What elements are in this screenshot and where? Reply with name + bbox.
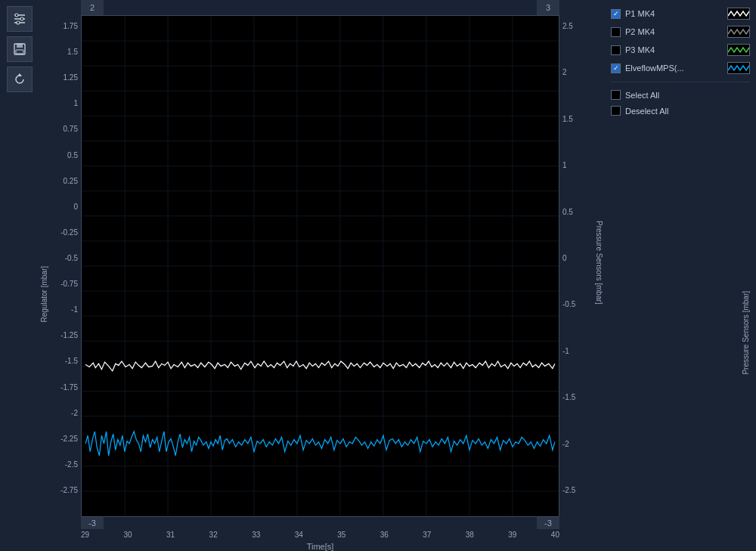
settings-button[interactable] xyxy=(7,6,33,32)
bottom-right-value: -3 xyxy=(537,517,559,529)
legend-item-deselect-all[interactable]: Deselect All xyxy=(611,106,750,116)
legend-checkbox-p1mk4[interactable] xyxy=(611,9,621,19)
y-tick-left-3: 1 xyxy=(73,100,78,107)
y-tick-right-9: -2 xyxy=(562,441,569,448)
y-tick-left-12: -1.25 xyxy=(60,332,78,339)
legend-label-p1mk4: P1 MK4 xyxy=(625,9,723,18)
toolbar xyxy=(0,0,39,551)
svg-rect-8 xyxy=(16,50,23,54)
y-axis-left-label: Regulator [mbar] xyxy=(40,266,48,322)
y-tick-left-7: 0 xyxy=(73,203,78,211)
y-tick-left-5: 0.5 xyxy=(67,152,78,159)
x-tick-5: 34 xyxy=(295,531,303,539)
y-axis-right: Pressure Sensors [mbar] 2.5 2 1.5 1 0.5 … xyxy=(559,15,605,517)
chart-svg xyxy=(82,16,559,516)
legend-icon-p3mk4 xyxy=(727,44,750,56)
y-tick-left-18: -2.75 xyxy=(60,487,78,494)
legend-label-p2mk4: P2 MK4 xyxy=(625,27,723,36)
refresh-button[interactable] xyxy=(7,67,33,92)
svg-point-3 xyxy=(15,14,18,17)
y-tick-left-16: -2.25 xyxy=(60,435,78,443)
chart-container: 2 3 Regulator [mbar] 1.75 1.5 1.25 1 0.7… xyxy=(39,0,605,551)
y-tick-left-8: -0.25 xyxy=(60,229,78,237)
x-tick-7: 36 xyxy=(380,531,389,539)
svg-point-4 xyxy=(20,17,23,20)
legend-panel: P1 MK4 P2 MK4 P3 MK4 ElveflowMPS(... xyxy=(605,0,756,551)
y-tick-left-2: 1.25 xyxy=(64,74,78,82)
svg-point-5 xyxy=(17,21,20,24)
legend-checkbox-p3mk4[interactable] xyxy=(611,45,621,55)
legend-item-p1mk4[interactable]: P1 MK4 xyxy=(611,8,750,20)
legend-checkbox-deselect-all[interactable] xyxy=(611,106,621,116)
y-tick-right-0: 2.5 xyxy=(562,23,573,30)
y-tick-left-14: -1.75 xyxy=(60,384,78,392)
legend-divider xyxy=(611,82,750,82)
y-tick-left-17: -2.5 xyxy=(65,461,78,469)
svg-marker-9 xyxy=(17,73,22,76)
y-tick-left-1: 1.5 xyxy=(67,48,78,56)
bottom-left-value: -3 xyxy=(81,517,104,529)
legend-item-p2mk4[interactable]: P2 MK4 xyxy=(611,26,750,38)
legend-icon-elveflow xyxy=(727,62,750,74)
y-tick-left-11: -1 xyxy=(71,306,78,314)
svg-rect-7 xyxy=(17,44,23,48)
y-tick-right-5: 0 xyxy=(562,255,567,262)
x-tick-8: 37 xyxy=(423,531,431,539)
legend-label-p3mk4: P3 MK4 xyxy=(625,45,723,54)
right-axis-container: Pressure Sensors [mbar] xyxy=(611,122,750,543)
y-axis-right-label: Pressure Sensors [mbar] xyxy=(595,221,603,305)
x-tick-11: 40 xyxy=(551,531,559,539)
chart-wrapper: Regulator [mbar] 1.75 1.5 1.25 1 0.75 0.… xyxy=(39,15,605,517)
y-tick-left-9: -0.5 xyxy=(65,255,78,262)
y-tick-right-8: -1.5 xyxy=(562,394,575,401)
x-tick-3: 32 xyxy=(209,531,218,539)
x-tick-4: 33 xyxy=(252,531,260,539)
x-axis: 29 30 31 32 33 34 35 36 37 38 39 40 Time… xyxy=(39,529,605,551)
legend-deselect-all-label: Deselect All xyxy=(625,107,750,116)
x-tick-10: 39 xyxy=(508,531,516,539)
top-bar: 2 3 xyxy=(39,0,605,15)
x-tick-9: 38 xyxy=(466,531,474,539)
y-axis-left: Regulator [mbar] 1.75 1.5 1.25 1 0.75 0.… xyxy=(39,15,81,517)
legend-label-elveflow: ElveflowMPS(... xyxy=(625,63,723,73)
legend-item-elveflow[interactable]: ElveflowMPS(... xyxy=(611,62,750,74)
y-tick-right-7: -1 xyxy=(562,348,569,355)
x-tick-1: 30 xyxy=(124,531,132,539)
plot-area[interactable] xyxy=(81,15,559,517)
y-tick-left-4: 0.75 xyxy=(64,125,78,133)
y-tick-right-1: 2 xyxy=(562,69,567,76)
y-tick-right-4: 0.5 xyxy=(562,209,573,216)
legend-icon-p1mk4 xyxy=(727,8,750,20)
y-tick-right-3: 1 xyxy=(562,162,567,169)
top-right-value: 3 xyxy=(537,0,559,15)
y-tick-left-13: -1.5 xyxy=(65,358,78,365)
x-axis-label: Time[s] xyxy=(307,542,334,551)
pressure-sensors-label: Pressure Sensors [mbar] xyxy=(742,291,750,375)
save-button[interactable] xyxy=(7,36,33,62)
x-ticks: 29 30 31 32 33 34 35 36 37 38 39 40 xyxy=(81,529,559,540)
legend-item-p3mk4[interactable]: P3 MK4 xyxy=(611,44,750,56)
x-tick-2: 31 xyxy=(166,531,175,539)
legend-item-select-all[interactable]: Select All xyxy=(611,90,750,100)
top-left-value: 2 xyxy=(81,0,104,15)
y-tick-right-6: -0.5 xyxy=(562,301,575,308)
y-tick-right-10: -2.5 xyxy=(562,487,575,494)
y-tick-right-2: 1.5 xyxy=(562,116,573,123)
legend-icon-p2mk4 xyxy=(727,26,750,38)
legend-checkbox-p2mk4[interactable] xyxy=(611,27,621,37)
x-tick-0: 29 xyxy=(81,531,89,539)
bottom-bar: -3 -3 xyxy=(39,517,605,529)
y-tick-left-10: -0.75 xyxy=(60,280,78,288)
y-tick-left-15: -2 xyxy=(71,410,78,417)
y-tick-left-6: 0.25 xyxy=(64,178,78,185)
legend-select-all-label: Select All xyxy=(625,91,750,100)
y-tick-left-0: 1.75 xyxy=(64,23,78,30)
legend-checkbox-select-all[interactable] xyxy=(611,90,621,100)
x-tick-6: 35 xyxy=(337,531,345,539)
legend-checkbox-elveflow[interactable] xyxy=(611,63,621,73)
